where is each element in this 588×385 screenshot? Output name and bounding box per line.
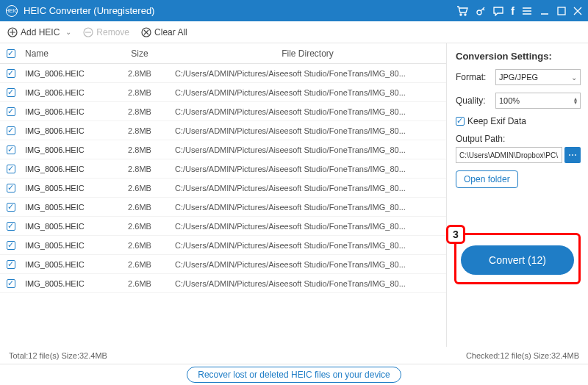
- row-name: IMG_8005.HEIC: [22, 184, 110, 192]
- select-all-checkbox[interactable]: [7, 49, 15, 58]
- quality-label: Quality:: [456, 96, 491, 106]
- row-dir: C:/Users/ADMIN/Pictures/Aiseesoft Studio…: [169, 241, 446, 250]
- clear-all-button[interactable]: Clear All: [141, 27, 187, 37]
- chevron-down-icon: ⌄: [571, 73, 577, 82]
- row-dir: C:/Users/ADMIN/Pictures/Aiseesoft Studio…: [169, 107, 446, 116]
- cart-icon[interactable]: [456, 6, 468, 16]
- row-name: IMG_8006.HEIC: [22, 107, 110, 116]
- output-path-input[interactable]: C:\Users\ADMIN\Dropbox\PC\: [456, 147, 562, 163]
- row-checkbox[interactable]: [7, 222, 15, 231]
- row-dir: C:/Users/ADMIN/Pictures/Aiseesoft Studio…: [169, 222, 446, 231]
- step-badge: 3: [446, 225, 465, 244]
- row-name: IMG_8005.HEIC: [22, 279, 110, 288]
- stepper-icon: ▴▾: [574, 97, 577, 104]
- table-row[interactable]: IMG_8005.HEIC2.6MBC:/Users/ADMIN/Picture…: [0, 179, 446, 198]
- app-logo-icon: HEIC: [6, 5, 18, 17]
- output-path-label: Output Path:: [456, 134, 581, 144]
- quality-select[interactable]: 100% ▴▾: [495, 93, 581, 109]
- minimize-icon[interactable]: [539, 6, 550, 16]
- row-dir: C:/Users/ADMIN/Pictures/Aiseesoft Studio…: [169, 88, 446, 97]
- table-row[interactable]: IMG_8005.HEIC2.6MBC:/Users/ADMIN/Picture…: [0, 274, 446, 293]
- row-name: IMG_8006.HEIC: [22, 69, 110, 78]
- remove-button[interactable]: Remove: [83, 27, 129, 37]
- row-dir: C:/Users/ADMIN/Pictures/Aiseesoft Studio…: [169, 126, 446, 135]
- row-checkbox[interactable]: [7, 260, 15, 269]
- key-icon[interactable]: [476, 6, 486, 16]
- convert-button[interactable]: Convert (12): [461, 245, 574, 275]
- row-name: IMG_8006.HEIC: [22, 165, 110, 173]
- row-checkbox[interactable]: [7, 165, 15, 173]
- row-name: IMG_8006.HEIC: [22, 126, 110, 135]
- row-size: 2.6MB: [110, 184, 169, 192]
- table-row[interactable]: IMG_8006.HEIC2.8MBC:/Users/ADMIN/Picture…: [0, 140, 446, 159]
- add-heic-button[interactable]: Add HEIC ⌄: [7, 27, 71, 37]
- format-label: Format:: [456, 72, 491, 82]
- table-row[interactable]: IMG_8006.HEIC2.8MBC:/Users/ADMIN/Picture…: [0, 159, 446, 179]
- keep-exif-label: Keep Exif Data: [467, 116, 526, 126]
- row-size: 2.8MB: [110, 88, 169, 97]
- row-dir: C:/Users/ADMIN/Pictures/Aiseesoft Studio…: [169, 260, 446, 269]
- table-row[interactable]: IMG_8006.HEIC2.8MBC:/Users/ADMIN/Picture…: [0, 121, 446, 140]
- status-bar: Total:12 file(s) Size:32.4MB Checked:12 …: [0, 347, 588, 364]
- row-dir: C:/Users/ADMIN/Pictures/Aiseesoft Studio…: [169, 279, 446, 288]
- facebook-icon[interactable]: f: [511, 5, 514, 17]
- row-dir: C:/Users/ADMIN/Pictures/Aiseesoft Studio…: [169, 69, 446, 78]
- header-size[interactable]: Size: [110, 48, 169, 59]
- status-checked: Checked:12 file(s) Size:32.4MB: [466, 351, 579, 360]
- row-size: 2.8MB: [110, 165, 169, 173]
- row-size: 2.8MB: [110, 107, 169, 116]
- table-row[interactable]: IMG_8006.HEIC2.8MBC:/Users/ADMIN/Picture…: [0, 102, 446, 121]
- table-row[interactable]: IMG_8006.HEIC2.8MBC:/Users/ADMIN/Picture…: [0, 64, 446, 83]
- row-checkbox[interactable]: [7, 88, 15, 97]
- row-size: 2.6MB: [110, 279, 169, 288]
- keep-exif-checkbox[interactable]: [456, 117, 465, 126]
- row-dir: C:/Users/ADMIN/Pictures/Aiseesoft Studio…: [169, 145, 446, 154]
- header-dir[interactable]: File Directory: [169, 48, 446, 59]
- menu-icon[interactable]: [522, 7, 532, 15]
- header-name[interactable]: Name: [22, 48, 110, 59]
- table-row[interactable]: IMG_8006.HEIC2.8MBC:/Users/ADMIN/Picture…: [0, 83, 446, 102]
- footer: Recover lost or deleted HEIC files on yo…: [0, 364, 588, 385]
- table-row[interactable]: IMG_8005.HEIC2.6MBC:/Users/ADMIN/Picture…: [0, 217, 446, 236]
- row-size: 2.6MB: [110, 203, 169, 212]
- row-name: IMG_8005.HEIC: [22, 203, 110, 212]
- plus-icon: [7, 27, 18, 37]
- ellipsis-icon: ⋯: [568, 150, 577, 160]
- window-title: HEIC Converter (Unregistered): [24, 5, 456, 16]
- row-checkbox[interactable]: [7, 279, 15, 288]
- row-size: 2.8MB: [110, 145, 169, 154]
- row-checkbox[interactable]: [7, 241, 15, 250]
- format-value: JPG/JPEG: [499, 73, 538, 82]
- open-folder-button[interactable]: Open folder: [456, 170, 518, 188]
- row-size: 2.8MB: [110, 126, 169, 135]
- row-checkbox[interactable]: [7, 107, 15, 116]
- table-row[interactable]: IMG_8005.HEIC2.6MBC:/Users/ADMIN/Picture…: [0, 255, 446, 274]
- row-checkbox[interactable]: [7, 203, 15, 212]
- row-name: IMG_8005.HEIC: [22, 241, 110, 250]
- quality-value: 100%: [499, 96, 520, 105]
- close-icon[interactable]: [573, 7, 582, 15]
- table-row[interactable]: IMG_8005.HEIC2.6MBC:/Users/ADMIN/Picture…: [0, 236, 446, 255]
- clear-icon: [141, 27, 151, 37]
- table-row[interactable]: IMG_8005.HEIC2.6MBC:/Users/ADMIN/Picture…: [0, 198, 446, 217]
- row-checkbox[interactable]: [7, 184, 15, 192]
- add-label: Add HEIC: [21, 27, 60, 37]
- browse-button[interactable]: ⋯: [564, 147, 581, 163]
- file-list-panel: Name Size File Directory IMG_8006.HEIC2.…: [0, 43, 447, 347]
- row-checkbox[interactable]: [7, 126, 15, 135]
- svg-rect-3: [558, 7, 565, 15]
- row-size: 2.6MB: [110, 241, 169, 250]
- grid-header: Name Size File Directory: [0, 43, 446, 64]
- recover-link[interactable]: Recover lost or deleted HEIC files on yo…: [187, 367, 401, 383]
- svg-point-0: [460, 14, 462, 15]
- row-checkbox[interactable]: [7, 69, 15, 78]
- maximize-icon[interactable]: [557, 7, 566, 15]
- format-select[interactable]: JPG/JPEG ⌄: [495, 69, 581, 85]
- row-dir: C:/Users/ADMIN/Pictures/Aiseesoft Studio…: [169, 203, 446, 212]
- row-name: IMG_8005.HEIC: [22, 260, 110, 269]
- row-checkbox[interactable]: [7, 145, 15, 154]
- chat-icon[interactable]: [493, 6, 503, 16]
- chevron-down-icon: ⌄: [65, 28, 71, 36]
- clear-label: Clear All: [154, 27, 187, 37]
- toolbar: Add HEIC ⌄ Remove Clear All: [0, 21, 588, 43]
